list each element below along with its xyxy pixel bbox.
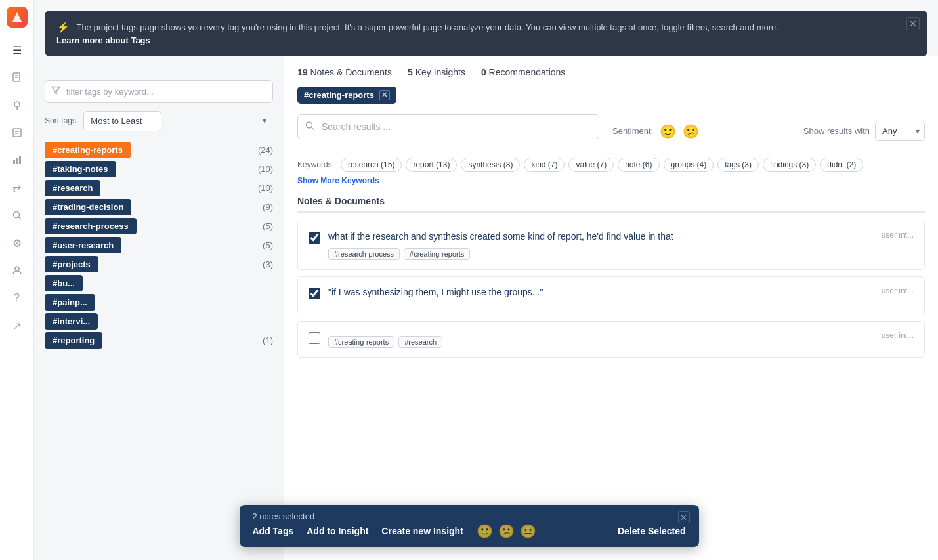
list-item: #intervi... [45,313,273,330]
svg-point-15 [15,267,19,270]
sidebar-person-icon[interactable] [5,259,29,282]
svg-line-14 [18,217,20,219]
main-area: ⚡ The project tags page shows you every … [34,0,938,560]
tag-projects[interactable]: #projects [45,256,98,272]
note-user-3: user int... [882,331,914,348]
show-more-keywords-link[interactable]: Show More Keywords [297,176,379,185]
banner-learn-more-link[interactable]: Learn more about Tags [56,35,150,45]
active-tag-label: #creating-reports [304,90,374,100]
sidebar-arrows-icon[interactable]: ⇄ [5,176,29,200]
list-item: #user-research (5) [45,237,273,253]
show-results-select[interactable]: Any Tags Notes [875,121,925,141]
create-new-insight-button[interactable]: Create new Insight [381,526,463,536]
keyword-chip-synthesis[interactable]: synthesis (8) [461,158,520,172]
stats-row: 19 Notes & Documents 5 Key Insights 0 Re… [297,67,925,77]
note-content-3: #creating-reports #research [328,331,874,348]
note-card-2: "if I was synthesizing them, I might use… [297,276,925,314]
tag-count: (3) [253,259,273,269]
sidebar-export-icon[interactable]: ↗ [5,314,29,337]
keyword-chip-report[interactable]: report (13) [406,158,457,172]
left-panel: Sort tags: Most to Least Least to Most A… [34,56,284,561]
tag-count: (5) [253,240,273,250]
tag-trading-decision[interactable]: #trading-decision [45,199,131,215]
toolbar-neutral-icon[interactable]: 😐 [520,523,536,539]
filter-tags-input[interactable] [45,80,273,103]
info-banner: ⚡ The project tags page shows you every … [45,11,927,56]
keyword-chip-findings[interactable]: findings (3) [763,158,816,172]
note-title-1: what if the research and synthesis creat… [328,230,874,244]
tag-research[interactable]: #research [45,180,100,196]
tag-intervi[interactable]: #intervi... [45,313,98,330]
note-checkbox-2[interactable] [309,288,320,299]
note-tags-3: #creating-reports #research [328,336,874,348]
note-tag[interactable]: #research [398,336,442,348]
search-results-input[interactable] [297,114,599,139]
note-card-3: #creating-reports #research user int... [297,321,925,358]
sort-row: Sort tags: Most to Least Least to Most A… [45,111,273,131]
sidebar-document-icon[interactable] [5,66,29,89]
sidebar-menu-icon[interactable]: ☰ [5,38,29,62]
add-tags-button[interactable]: Add Tags [253,526,294,536]
tag-count: (1) [253,335,273,345]
tag-painp[interactable]: #painp... [45,294,95,311]
search-bar-wrap [297,114,599,139]
bottom-toolbar: ✕ 2 notes selected Add Tags Add to Insig… [240,505,699,547]
notes-section-title: Notes & Documents [297,196,925,213]
list-item: #research (10) [45,180,273,196]
note-tag[interactable]: #creating-reports [404,248,470,260]
sidebar-bulb-icon[interactable] [5,93,29,117]
tag-reporting[interactable]: #reporting [45,332,102,349]
list-item: #reporting (1) [45,332,273,349]
show-results-label: Show results with [803,126,870,136]
tag-creating-reports[interactable]: #creating-reports [45,142,131,158]
tag-taking-notes[interactable]: #taking-notes [45,161,116,177]
banner-close-button[interactable]: ✕ [906,17,920,30]
keyword-chip-didnt[interactable]: didnt (2) [820,158,863,172]
sidebar-search-icon[interactable] [5,204,29,227]
keyword-chip-research[interactable]: research (15) [341,158,402,172]
keyword-chip-kind[interactable]: kind (7) [524,158,565,172]
banner-lightning-icon: ⚡ [56,21,70,33]
note-title-2: "if I was synthesizing them, I might use… [328,286,874,299]
banner-area: ⚡ The project tags page shows you every … [34,0,938,56]
active-tag-close-button[interactable]: ✕ [379,90,390,100]
tag-bu[interactable]: #bu... [45,275,83,291]
sidebar-chart-icon[interactable] [5,148,29,172]
delete-selected-button[interactable]: Delete Selected [618,526,686,536]
positive-sentiment-icon[interactable]: 🙂 [660,123,676,139]
sort-select[interactable]: Most to Least Least to Most A to Z Z to … [83,111,161,131]
app-logo[interactable] [7,7,28,28]
search-icon [305,121,314,132]
note-tag[interactable]: #creating-reports [328,336,394,348]
note-user-1: user int... [882,230,914,261]
keywords-label: Keywords: [297,160,334,169]
sidebar-notes-icon[interactable] [5,121,29,144]
keyword-chip-groups[interactable]: groups (4) [664,158,714,172]
keyword-chip-note[interactable]: note (6) [618,158,659,172]
toolbar-negative-icon[interactable]: 😕 [498,523,515,539]
keyword-chip-tags[interactable]: tags (3) [717,158,759,172]
list-item: #painp... [45,294,273,311]
note-checkbox-1[interactable] [309,232,320,244]
sentiment-row: Sentiment: 🙂 😕 [612,123,699,139]
notes-stat: 19 Notes & Documents [297,67,392,77]
right-panel: 19 Notes & Documents 5 Key Insights 0 Re… [284,56,938,561]
tag-research-process[interactable]: #research-process [45,218,137,234]
keyword-chip-value[interactable]: value (7) [568,158,614,172]
add-to-insight-button[interactable]: Add to Insight [307,526,368,536]
filter-input-wrap [45,80,273,103]
toolbar-close-button[interactable]: ✕ [678,511,690,523]
sidebar-settings-icon[interactable]: ⚙ [5,231,29,255]
sidebar-help-icon[interactable]: ? [5,286,29,310]
list-item: #taking-notes (10) [45,161,273,177]
sidebar: ☰ ⇄ ⚙ ? ↗ [0,0,34,560]
negative-sentiment-icon[interactable]: 😕 [683,123,699,139]
show-results-select-wrap: Any Tags Notes [875,121,925,141]
tag-count: (10) [253,164,273,174]
tag-user-research[interactable]: #user-research [45,237,121,253]
insights-stat: 5 Key Insights [408,67,465,77]
note-tag[interactable]: #research-process [328,248,400,260]
toolbar-positive-icon[interactable]: 🙂 [477,523,493,539]
content-wrapper: Sort tags: Most to Least Least to Most A… [34,56,938,561]
note-checkbox-3[interactable] [309,332,320,344]
